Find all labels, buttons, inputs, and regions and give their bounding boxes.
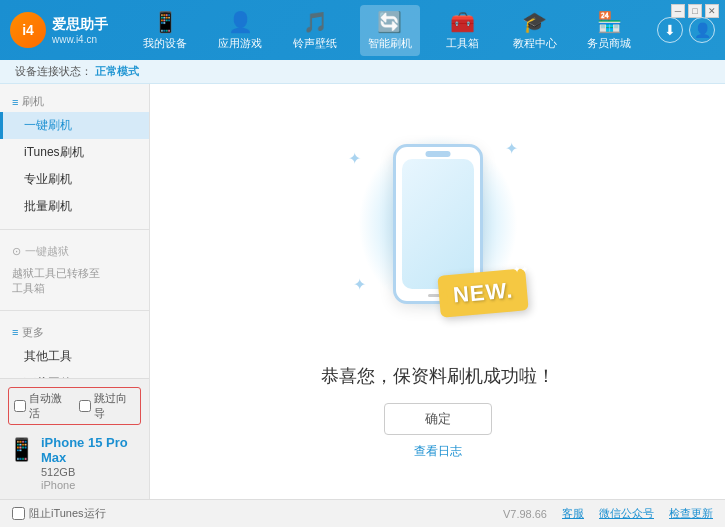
window-minimize[interactable]: ─ xyxy=(671,4,685,18)
window-close[interactable]: ✕ xyxy=(705,4,719,18)
status-bar: 设备连接状态： 正常模式 xyxy=(0,60,725,84)
app-title: 爱思助手 xyxy=(52,16,108,34)
apps-icon: 👤 xyxy=(228,10,253,34)
more-section: ≡ 更多 其他工具 下载固件 高级功能 xyxy=(0,315,149,378)
nav-my-device[interactable]: 📱 我的设备 xyxy=(135,5,195,56)
logo-icon: i4 xyxy=(10,12,46,48)
no-itunes-label: 阻止iTunes运行 xyxy=(29,506,106,521)
device-icon: 📱 xyxy=(153,10,178,34)
jailbreak-title: ⊙ 一键越狱 xyxy=(0,239,149,262)
new-badge-text: NEW. xyxy=(452,277,514,308)
device-info: iPhone 15 Pro Max 512GB iPhone xyxy=(41,435,141,491)
skip-guide-checkbox[interactable] xyxy=(79,400,91,412)
nav-app-games[interactable]: 👤 应用游戏 xyxy=(210,5,270,56)
nav-tutorial[interactable]: 🎓 教程中心 xyxy=(505,5,565,56)
window-maximize[interactable]: □ xyxy=(688,4,702,18)
jailbreak-note: 越狱工具已转移至 工具箱 xyxy=(0,262,149,301)
confirm-button[interactable]: 确定 xyxy=(384,403,492,435)
sidebar-item-batch-flash[interactable]: 批量刷机 xyxy=(0,193,149,220)
jailbreak-section: ⊙ 一键越狱 越狱工具已转移至 工具箱 xyxy=(0,234,149,306)
sidebar-item-one-key-flash[interactable]: 一键刷机 xyxy=(0,112,149,139)
bottom-link-update[interactable]: 检查更新 xyxy=(669,506,713,521)
success-message: 恭喜您，保资料刷机成功啦！ xyxy=(321,364,555,388)
service-icon: 🏪 xyxy=(597,10,622,34)
app-bottom-bar: 阻止iTunes运行 V7.98.66 客服 微信公众号 检查更新 xyxy=(0,499,725,527)
version-label: V7.98.66 xyxy=(503,508,547,520)
sidebar-scroll: ≡ 刷机 一键刷机 iTunes刷机 专业刷机 批量刷机 ⊙ 一键越狱 越狱工 xyxy=(0,84,149,378)
new-badge: NEW. ✦✦ xyxy=(438,268,530,318)
status-prefix: 设备连接状态： xyxy=(15,65,92,77)
nav-ringtone[interactable]: 🎵 铃声壁纸 xyxy=(285,5,345,56)
skip-guide-item[interactable]: 跳过向导 xyxy=(79,391,136,421)
sidebar-item-download-firmware[interactable]: 下载固件 xyxy=(0,370,149,378)
auto-activate-item[interactable]: 自动激活 xyxy=(14,391,71,421)
device-name: iPhone 15 Pro Max xyxy=(41,435,141,465)
tutorial-icon: 🎓 xyxy=(522,10,547,34)
nav-toolbox[interactable]: 🧰 工具箱 xyxy=(435,5,490,56)
sidebar-item-pro-flash[interactable]: 专业刷机 xyxy=(0,166,149,193)
sparkle-1: ✦ xyxy=(348,149,361,168)
jailbreak-label: 一键越狱 xyxy=(25,244,69,259)
sidebar-item-other-tools[interactable]: 其他工具 xyxy=(0,343,149,370)
device-info-row: 📱 iPhone 15 Pro Max 512GB iPhone xyxy=(8,431,141,491)
flash-group-title: ≡ 刷机 xyxy=(0,89,149,112)
phone-illustration: ✦ ✦ ✦ NEW. ✦✦ xyxy=(338,124,538,344)
app-url: www.i4.cn xyxy=(52,34,108,45)
toolbox-icon: 🧰 xyxy=(450,10,475,34)
header-right: ⬇ 👤 xyxy=(657,17,715,43)
phone-screen xyxy=(402,159,474,289)
auto-activate-checkbox[interactable] xyxy=(14,400,26,412)
user-button[interactable]: 👤 xyxy=(689,17,715,43)
app-logo: i4 爱思助手 www.i4.cn xyxy=(10,12,108,48)
no-itunes-check[interactable]: 阻止iTunes运行 xyxy=(12,506,503,521)
no-itunes-checkbox[interactable] xyxy=(12,507,25,520)
main-content: ✦ ✦ ✦ NEW. ✦✦ 恭喜您，保资料刷机成功啦！ 确定 查看日志 xyxy=(150,84,725,499)
flash-icon: 🔄 xyxy=(377,10,402,34)
status-mode: 正常模式 xyxy=(95,65,139,77)
new-badge-stars: ✦✦ xyxy=(512,262,529,274)
log-link[interactable]: 查看日志 xyxy=(414,443,462,460)
download-button[interactable]: ⬇ xyxy=(657,17,683,43)
bottom-link-wechat[interactable]: 微信公众号 xyxy=(599,506,654,521)
device-checkbox-row: 自动激活 跳过向导 xyxy=(8,387,141,425)
sparkle-3: ✦ xyxy=(353,275,366,294)
bottom-link-service[interactable]: 客服 xyxy=(562,506,584,521)
ringtone-icon: 🎵 xyxy=(303,10,328,34)
nav-smart-flash[interactable]: 🔄 智能刷机 xyxy=(360,5,420,56)
more-title: ≡ 更多 xyxy=(0,320,149,343)
device-footer: 自动激活 跳过向导 📱 iPhone 15 Pro Max 512GB iPho… xyxy=(0,378,149,499)
sparkle-2: ✦ xyxy=(505,139,518,158)
device-phone-icon: 📱 xyxy=(8,437,35,463)
phone-notch xyxy=(425,151,450,157)
flash-section: ≡ 刷机 一键刷机 iTunes刷机 专业刷机 批量刷机 xyxy=(0,84,149,225)
device-type: iPhone xyxy=(41,479,141,491)
device-storage: 512GB xyxy=(41,466,141,478)
left-panel: ≡ 刷机 一键刷机 iTunes刷机 专业刷机 批量刷机 ⊙ 一键越狱 越狱工 xyxy=(0,84,150,499)
bottom-right-info: V7.98.66 客服 微信公众号 检查更新 xyxy=(503,506,713,521)
auto-activate-label: 自动激活 xyxy=(29,391,71,421)
nav-service[interactable]: 🏪 务员商城 xyxy=(579,5,639,56)
sidebar-item-itunes-flash[interactable]: iTunes刷机 xyxy=(0,139,149,166)
main-nav: 📱 我的设备 👤 应用游戏 🎵 铃声壁纸 🔄 智能刷机 🧰 工具箱 🎓 xyxy=(128,5,647,56)
skip-guide-label: 跳过向导 xyxy=(94,391,136,421)
